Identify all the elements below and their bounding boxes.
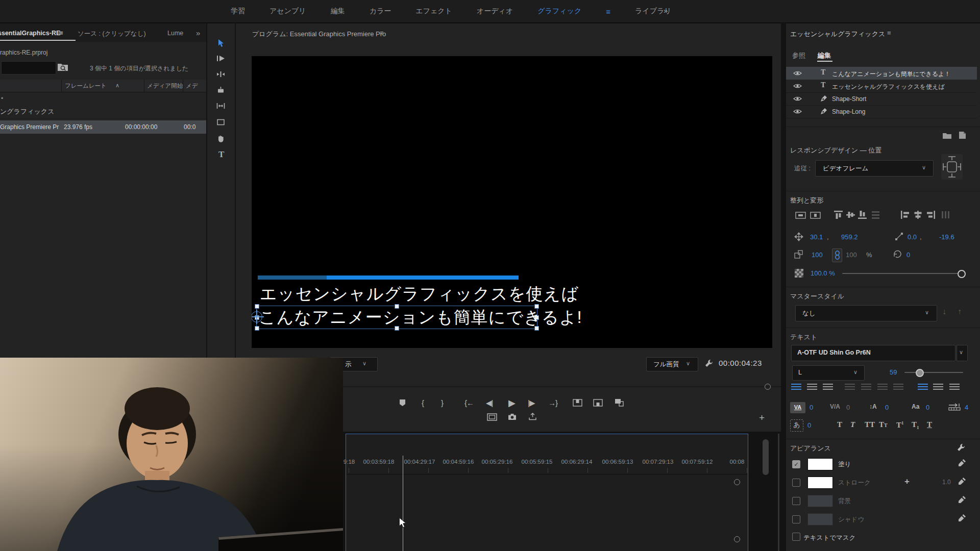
fill-eyedropper-icon[interactable] xyxy=(959,459,966,466)
column-media-start[interactable]: メディア開始 xyxy=(147,82,183,90)
timeline-scroll-knob-bottom[interactable] xyxy=(734,536,740,542)
ripple-edit-tool-icon[interactable] xyxy=(216,71,225,78)
mask-with-text-checkbox[interactable] xyxy=(792,533,800,541)
opacity-slider-knob[interactable] xyxy=(958,270,966,278)
layer-row[interactable]: T エッセンシャルグラフィックスを使えば xyxy=(786,80,977,93)
underline-button[interactable]: T xyxy=(927,420,932,429)
anchor-y-value[interactable]: -19.6 xyxy=(939,233,954,241)
monitor-scrollbar-knob[interactable] xyxy=(765,384,771,390)
faux-bold-button[interactable]: T xyxy=(837,420,842,429)
workspace-tab-audio[interactable]: オーディオ xyxy=(477,7,513,16)
fill-color-swatch[interactable] xyxy=(807,458,833,470)
program-video-frame[interactable]: エッセンシャルグラフィックスを使えば こんなアニメーションも簡単にできるよ! xyxy=(252,56,772,348)
align-frame-v-icon[interactable] xyxy=(810,211,821,219)
selection-tool-icon[interactable] xyxy=(217,39,224,47)
export-icon[interactable] xyxy=(528,413,537,420)
opacity-slider-track[interactable] xyxy=(842,273,963,274)
vertical-align-middle-button[interactable] xyxy=(933,384,943,391)
workspace-tab-edit[interactable]: 編集 xyxy=(331,7,345,16)
stroke-color-swatch[interactable] xyxy=(807,477,833,489)
workspace-menu-icon[interactable]: ≡ xyxy=(606,7,610,16)
valign-top-icon[interactable] xyxy=(834,210,843,219)
layer-row-selected[interactable]: T こんなアニメーションも簡単にできるよ！ xyxy=(786,67,977,80)
vertical-align-top-button-active[interactable] xyxy=(918,384,928,391)
tab-width-value[interactable]: 4 xyxy=(965,404,968,411)
tracking-value[interactable]: 0 xyxy=(810,404,813,411)
program-panel-menu-icon[interactable]: ≡ xyxy=(380,29,384,37)
timeline-ruler-ticks[interactable] xyxy=(346,468,748,473)
workspace-tab-graphics-active[interactable]: グラフィック xyxy=(537,7,581,16)
add-stroke-plus-icon[interactable]: + xyxy=(904,477,910,487)
opacity-value[interactable]: 100.0 % xyxy=(811,269,835,277)
timeline-vertical-scrollbar[interactable] xyxy=(763,439,769,475)
play-button-icon[interactable]: ▶ xyxy=(508,397,515,409)
sort-ascending-icon[interactable]: ∧ xyxy=(115,82,119,89)
tab-project-active[interactable]: ssentialGraphics-RE xyxy=(0,30,60,37)
position-x-value[interactable]: 30.1 xyxy=(810,233,823,241)
step-back-icon[interactable]: ◀| xyxy=(486,398,493,408)
workspace-tab-effects[interactable]: エフェクト xyxy=(415,7,452,16)
rotation-value[interactable]: 0 xyxy=(906,251,910,259)
shadow-eyedropper-icon[interactable] xyxy=(959,514,966,521)
layer-row[interactable]: Shape-Short xyxy=(786,92,977,106)
master-style-select[interactable] xyxy=(795,305,937,321)
shadow-checkbox[interactable] xyxy=(792,515,800,523)
halign-left-icon[interactable] xyxy=(900,210,910,219)
program-timecode[interactable]: 00:00:04:23 xyxy=(719,359,762,367)
subscript-button[interactable]: T1 xyxy=(912,420,919,430)
eg-tab-browse[interactable]: 参照 xyxy=(792,51,805,60)
bin-twirl-bullet[interactable]: • xyxy=(1,95,3,102)
scale-x-value[interactable]: 100 xyxy=(812,251,823,259)
timeline-playhead[interactable] xyxy=(403,456,403,551)
small-caps-button[interactable]: TT xyxy=(879,420,888,429)
step-forward-icon[interactable]: |▶ xyxy=(528,398,534,408)
lift-icon[interactable] xyxy=(573,399,582,407)
settings-wrench-icon[interactable] xyxy=(704,359,714,368)
button-editor-plus-icon[interactable]: + xyxy=(759,412,765,423)
position-y-value[interactable]: 959.2 xyxy=(841,233,858,241)
tab-source-monitor[interactable]: ソース : (クリップなし) xyxy=(78,30,146,38)
shadow-color-swatch[interactable] xyxy=(807,513,833,525)
workspace-tab-assembly[interactable]: アセンブリ xyxy=(270,7,306,16)
eye-visibility-icon[interactable] xyxy=(793,70,802,76)
font-size-slider-knob[interactable] xyxy=(916,369,924,377)
appearance-wrench-icon[interactable] xyxy=(957,443,966,452)
anchor-x-value[interactable]: 0.0 xyxy=(908,233,917,241)
column-media-clipped[interactable]: メデ xyxy=(186,82,198,90)
valign-bottom-icon[interactable] xyxy=(857,210,867,219)
stroke-eyedropper-icon[interactable] xyxy=(959,477,966,485)
type-tool-icon[interactable]: T xyxy=(218,149,224,160)
scale-link-toggle[interactable] xyxy=(832,248,842,262)
right-panel-scroll-strip[interactable] xyxy=(778,434,779,551)
project-search-input[interactable] xyxy=(1,61,56,74)
halign-center-icon[interactable] xyxy=(913,210,923,219)
timeline-panel[interactable]: 9:18 00:03:59:18 00:04:29:17 00:04:59:16… xyxy=(346,434,748,551)
faux-italic-button[interactable]: T xyxy=(850,420,855,429)
background-eyedropper-icon[interactable] xyxy=(959,495,966,503)
align-frame-h-icon[interactable] xyxy=(795,211,806,219)
extract-icon[interactable] xyxy=(593,399,603,407)
fill-checkbox-checked[interactable]: ✓ xyxy=(792,460,800,468)
add-marker-icon[interactable] xyxy=(399,399,406,407)
baseline-shift-value[interactable]: 0 xyxy=(926,404,929,411)
workspace-tab-learn[interactable]: 学習 xyxy=(231,7,245,16)
align-left-button-active[interactable] xyxy=(791,384,801,391)
go-to-in-icon[interactable]: {← xyxy=(464,398,474,407)
leading-value[interactable]: 0 xyxy=(885,404,889,411)
background-color-swatch[interactable] xyxy=(807,495,833,507)
panel-tabs-overflow-icon[interactable]: » xyxy=(196,29,200,37)
razor-tool-icon[interactable] xyxy=(217,86,225,94)
track-select-tool-icon[interactable] xyxy=(216,55,225,62)
slip-tool-icon[interactable] xyxy=(216,103,225,109)
background-checkbox[interactable] xyxy=(792,497,800,505)
responsive-pin-diagram-icon[interactable] xyxy=(940,153,964,181)
align-center-button[interactable] xyxy=(807,384,817,391)
workspace-overflow-icon[interactable]: » xyxy=(664,6,668,15)
comparison-view-icon[interactable] xyxy=(615,398,624,407)
stroke-checkbox[interactable] xyxy=(792,479,800,487)
new-layer-icon[interactable] xyxy=(959,131,966,139)
halign-right-icon[interactable] xyxy=(926,210,936,219)
superscript-button[interactable]: T1 xyxy=(896,420,904,430)
project-item-row-selected[interactable]: Graphics Premiere Pr 23.976 fps 00:00:00… xyxy=(0,120,206,134)
eg-panel-menu-icon[interactable]: ≡ xyxy=(887,29,891,37)
